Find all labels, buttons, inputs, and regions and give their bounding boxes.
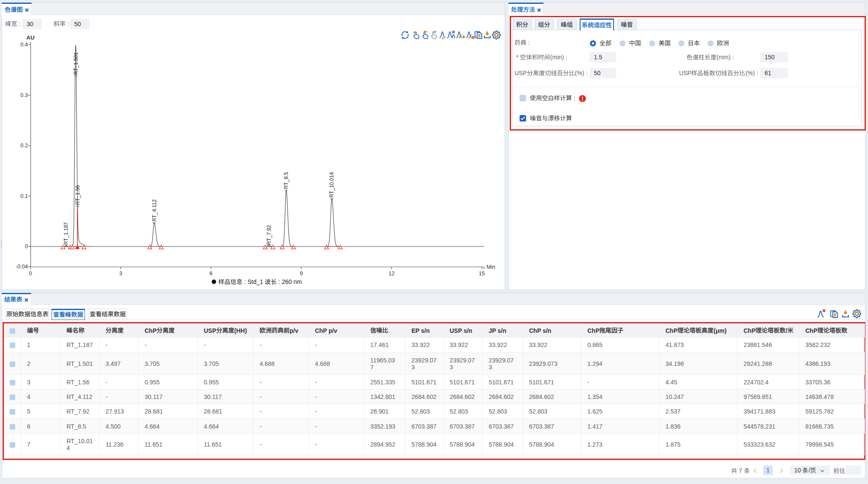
svg-text:RT_1.187: RT_1.187 [63,222,69,245]
svg-text:0.4: 0.4 [21,42,28,48]
svg-text:0.1: 0.1 [21,193,28,199]
svg-text:0: 0 [29,271,32,277]
svg-text:0.3: 0.3 [21,92,28,98]
svg-text:RT_10.014: RT_10.014 [329,172,335,198]
svg-text:RT_8.5: RT_8.5 [283,172,289,189]
svg-text:0: 0 [25,244,28,250]
svg-text:RT_1.501: RT_1.501 [73,52,79,75]
svg-text:15: 15 [479,271,485,277]
svg-text:Min: Min [487,264,495,270]
svg-text:AU: AU [27,34,35,41]
svg-text:9: 9 [300,271,303,277]
svg-text:RT_4.112: RT_4.112 [151,199,157,222]
svg-text:3: 3 [119,271,122,277]
svg-text:RT_7.92: RT_7.92 [266,225,272,245]
svg-text:-0.04: -0.04 [16,264,28,270]
svg-text:6: 6 [209,271,212,277]
svg-text:0.2: 0.2 [21,143,28,149]
svg-text:RT_1.56: RT_1.56 [75,185,81,205]
svg-text:12: 12 [389,271,395,277]
